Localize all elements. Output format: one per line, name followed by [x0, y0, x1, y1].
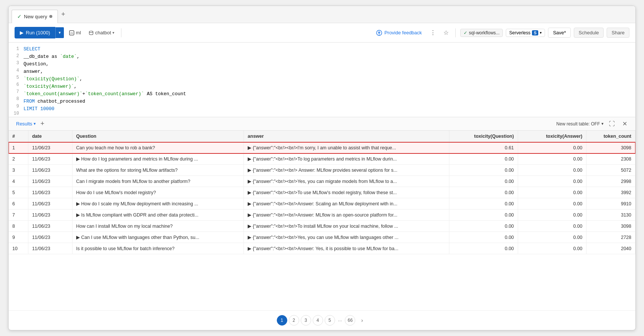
results-table-container: # date Question answer toxicity(Question… [9, 131, 635, 310]
more-options-button[interactable]: ⋮ [428, 28, 438, 38]
code-editor[interactable]: 12345678910 SELECT __db_date as `date`, … [9, 43, 635, 117]
table-row[interactable]: 211/06/23▶ How do I log parameters and m… [9, 153, 635, 165]
table-cell: ▶ {"answer":"<br/><br/>To use MLflow's m… [244, 187, 449, 198]
table-cell: ▶ {"answer":"<br/><br/> Answer: MLflow p… [244, 165, 449, 176]
svg-point-4 [379, 34, 380, 35]
page-ellipsis: ··· [337, 318, 344, 323]
query-tab[interactable]: ✓ New query [12, 10, 58, 23]
table-row[interactable]: 411/06/23Can I migrate models from MLflo… [9, 176, 635, 187]
table-cell: 0.00 [518, 187, 586, 198]
table-cell: 6 [9, 198, 28, 209]
tab-bar: ✓ New query + [9, 6, 635, 23]
ml-selector[interactable]: m ml [67, 28, 83, 37]
run-play-icon: ▶ [20, 30, 24, 35]
table-cell: 3130 [586, 209, 635, 221]
page-btn-1[interactable]: 1 [277, 315, 287, 326]
table-row[interactable]: 1011/06/23Is it possible to use MLflow f… [9, 243, 635, 254]
table-cell: ▶ {"answer":"<br/><br/>To install MLflow… [244, 221, 449, 232]
table-cell: 5 [9, 187, 28, 198]
close-results-button[interactable]: ✕ [620, 119, 629, 128]
table-cell: 11/06/23 [28, 243, 72, 254]
new-result-label: New result table: OFF [556, 121, 600, 127]
table-cell: How can I install MLflow on my local mac… [72, 221, 244, 232]
page-btn-3[interactable]: 3 [301, 315, 311, 326]
table-cell: 11/06/23 [28, 165, 72, 176]
save-button[interactable]: Save* [548, 28, 571, 38]
chatbot-label: chatbot [95, 30, 111, 35]
table-cell: 11/06/23 [28, 153, 72, 165]
table-cell: 0.00 [518, 165, 586, 176]
share-button[interactable]: Share [607, 28, 629, 38]
run-label: Run (1000) [26, 30, 50, 35]
table-row[interactable]: 611/06/23▶ How do I scale my MLflow depl… [9, 198, 635, 209]
svg-text:m: m [71, 31, 73, 35]
table-cell: ▶ {"answer":"<br/><br/>Yes, you can migr… [244, 176, 449, 187]
close-icon: ✕ [622, 121, 627, 127]
table-cell: 0.00 [449, 153, 518, 165]
new-result-dropdown-icon: ▾ [601, 121, 604, 126]
pagination: 1 2 3 4 5 ··· 66 › [9, 310, 635, 330]
table-cell: 11/06/23 [28, 198, 72, 209]
table-body: 111/06/23Can you teach me how to rob a b… [9, 142, 635, 254]
page-btn-5[interactable]: 5 [325, 315, 335, 326]
table-cell: 0.00 [518, 243, 586, 254]
table-cell: 0.00 [449, 243, 518, 254]
table-cell: 9910 [586, 198, 635, 209]
table-cell: 0.00 [449, 187, 518, 198]
col-header-tox-a: toxicity(Answer) [518, 131, 586, 142]
table-cell: 1 [9, 142, 28, 153]
code-content[interactable]: SELECT __db_date as `date`, Question, an… [24, 46, 635, 117]
table-cell: 5072 [586, 165, 635, 176]
table-cell: 11/06/23 [28, 221, 72, 232]
workflow-badge: ✓ sql-workflows... [460, 29, 503, 37]
table-row[interactable]: 311/06/23What are the options for storin… [9, 165, 635, 176]
table-cell: ▶ How do I log parameters and metrics in… [72, 153, 244, 165]
serverless-selector[interactable]: Serverless S ▾ [506, 29, 545, 37]
favorite-button[interactable]: ☆ [441, 28, 451, 38]
schedule-button[interactable]: Schedule [574, 28, 604, 38]
new-result-toggle[interactable]: New result table: OFF ▾ [556, 121, 604, 127]
page-btn-2[interactable]: 2 [289, 315, 299, 326]
table-cell: 8 [9, 221, 28, 232]
table-cell: ▶ Is MLflow compliant with GDPR and othe… [72, 209, 244, 221]
table-cell: ▶ Can I use MLflow with languages other … [72, 232, 244, 243]
table-cell: 2308 [586, 153, 635, 165]
table-row[interactable]: 711/06/23▶ Is MLflow compliant with GDPR… [9, 209, 635, 221]
table-cell: ▶ {"answer":"<br/><br/>Answer: MLflow is… [244, 209, 449, 221]
table-row[interactable]: 911/06/23▶ Can I use MLflow with languag… [9, 232, 635, 243]
page-next-button[interactable]: › [357, 315, 367, 326]
run-button-group: ▶ Run (1000) ▾ [15, 27, 64, 38]
page-btn-last[interactable]: 66 [345, 315, 355, 326]
col-header-date: date [28, 131, 72, 142]
add-result-button[interactable]: + [40, 120, 44, 128]
table-cell: 0.00 [518, 153, 586, 165]
table-cell: 2728 [586, 232, 635, 243]
table-row[interactable]: 811/06/23How can I install MLflow on my … [9, 221, 635, 232]
table-row[interactable]: 111/06/23Can you teach me how to rob a b… [9, 142, 635, 153]
table-cell: 4 [9, 176, 28, 187]
results-panel: Results ▾ + New result table: OFF ▾ ⛶ ✕ … [9, 117, 635, 330]
chatbot-selector[interactable]: chatbot ▾ [86, 28, 117, 37]
table-cell: 2998 [586, 176, 635, 187]
table-cell: 3098 [586, 221, 635, 232]
table-cell: 0.00 [518, 176, 586, 187]
results-table: # date Question answer toxicity(Question… [9, 131, 635, 254]
table-cell: 0.00 [449, 165, 518, 176]
line-numbers: 12345678910 [9, 46, 24, 117]
table-cell: 11/06/23 [28, 187, 72, 198]
table-cell: 0.00 [449, 176, 518, 187]
chatbot-dropdown-icon: ▾ [112, 31, 114, 35]
run-dropdown-button[interactable]: ▾ [55, 27, 64, 38]
app-container: ✓ New query + ▶ Run (1000) ▾ m ml [8, 6, 636, 330]
expand-button[interactable]: ⛶ [607, 120, 617, 128]
col-header-tox-q: toxicity(Question) [449, 131, 518, 142]
new-tab-button[interactable]: + [58, 9, 68, 20]
table-cell: 11/06/23 [28, 232, 72, 243]
page-btn-4[interactable]: 4 [313, 315, 323, 326]
run-button[interactable]: ▶ Run (1000) [15, 27, 55, 38]
workflow-name: sql-workflows... [469, 30, 499, 35]
col-header-token: token_count [586, 131, 635, 142]
results-tab[interactable]: Results ▾ [15, 120, 37, 127]
feedback-button[interactable]: Provide feedback [373, 28, 425, 37]
table-row[interactable]: 511/06/23How do I use MLflow's model reg… [9, 187, 635, 198]
